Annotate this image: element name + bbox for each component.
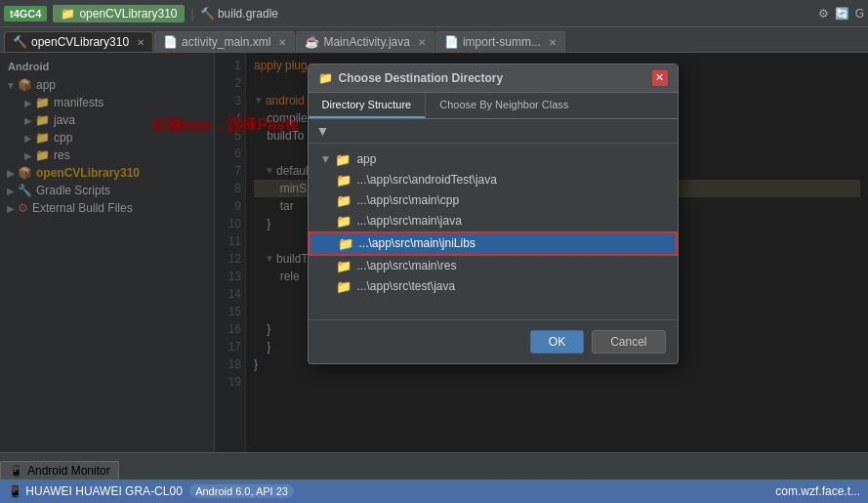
dtree-item-androidtest[interactable]: 📁 ...\app\src\androidTest\java xyxy=(309,170,678,190)
sync-icon[interactable]: 🔄 xyxy=(835,7,849,21)
bottom-bar: 📱 Android Monitor xyxy=(0,452,868,480)
dtree-folder-androidtest: 📁 xyxy=(336,173,351,188)
settings-icon[interactable]: ⚙ xyxy=(818,7,829,21)
dtree-label-main-res: ...\app\src\main\res xyxy=(357,259,457,272)
tab-java-close[interactable]: ✕ xyxy=(418,37,426,48)
device-status: 📱 HUAWEI HUAWEI GRA-CL00 Android 6.0, AP… xyxy=(8,484,294,498)
dialog-title-icon: 📁 xyxy=(318,71,333,85)
dialog-tab-neighbor[interactable]: Choose By Neighbor Class xyxy=(426,93,582,118)
brand-label: t4GC4 xyxy=(4,6,47,21)
dtree-item-test-java[interactable]: 📁 ...\app\src\test\java xyxy=(309,276,678,297)
ok-button[interactable]: OK xyxy=(530,330,584,354)
status-bar: 📱 HUAWEI HUAWEI GRA-CL00 Android 6.0, AP… xyxy=(0,480,868,503)
dtree-label-androidtest: ...\app\src\androidTest\java xyxy=(357,173,497,187)
dialog-title-bar: 📁 Choose Destination Directory ✕ xyxy=(309,64,678,93)
tab-import-icon: 📄 xyxy=(444,35,459,49)
tab-import-label: import-summ... xyxy=(463,35,541,49)
tab-opencv-icon: 🔨 xyxy=(13,35,27,49)
project-label: 📁 openCVLibrary310 xyxy=(53,5,185,22)
android-version: Android 6.0, API 23 xyxy=(189,484,294,498)
android-monitor-label: Android Monitor xyxy=(27,464,110,478)
tab-import[interactable]: 📄 import-summ... ✕ xyxy=(435,31,565,52)
dialog-tab-directory[interactable]: Directory Structure xyxy=(309,93,427,118)
cancel-button[interactable]: Cancel xyxy=(592,330,665,354)
project-icon: 📁 xyxy=(61,7,75,21)
dtree-arrow-app: ▼ xyxy=(320,152,332,166)
tab-activity-xml[interactable]: 📄 activity_main.xml ✕ xyxy=(154,31,295,52)
top-toolbar: t4GC4 📁 openCVLibrary310 | 🔨 build.gradl… xyxy=(0,0,868,27)
tab-java-label: MainActivity.java xyxy=(323,35,409,49)
dialog-tabs: Directory Structure Choose By Neighbor C… xyxy=(309,93,678,119)
android-monitor-tab[interactable]: 📱 Android Monitor xyxy=(0,461,119,480)
android-monitor-icon: 📱 xyxy=(9,464,23,478)
dtree-folder-jnilibs: 📁 xyxy=(338,236,353,251)
dialog-buttons: OK Cancel xyxy=(309,319,678,363)
device-name: HUAWEI HUAWEI GRA-CL00 xyxy=(25,484,182,498)
tab-xml-close[interactable]: ✕ xyxy=(278,37,286,48)
dialog-close-button[interactable]: ✕ xyxy=(652,70,668,86)
tab-bar: 🔨 openCVLibrary310 ✕ 📄 activity_main.xml… xyxy=(0,27,868,53)
dtree-label-main-java: ...\app\src\main\java xyxy=(357,214,462,228)
dtree-item-main-res[interactable]: 📁 ...\app\src\main\res xyxy=(309,256,678,276)
device-icon: 📱 xyxy=(8,484,22,498)
choose-destination-dialog: 📁 Choose Destination Directory ✕ Directo… xyxy=(308,63,679,364)
dtree-label-app: app xyxy=(356,152,376,166)
package-name: com.wzf.face.t... xyxy=(775,484,860,498)
tab-xml-icon: 📄 xyxy=(163,35,178,49)
dialog-toolbar: ▼ xyxy=(309,119,678,144)
build-label: 🔨 build.gradle xyxy=(200,7,278,21)
filter-icon: ▼ xyxy=(316,123,330,139)
separator1: | xyxy=(190,7,193,21)
tab-opencv[interactable]: 🔨 openCVLibrary310 ✕ xyxy=(4,31,153,52)
dtree-item-app[interactable]: ▼ 📁 app xyxy=(309,149,678,170)
tab-opencv-label: openCVLibrary310 xyxy=(31,35,129,49)
dtree-item-main-cpp[interactable]: 📁 ...\app\src\main\cpp xyxy=(309,190,678,211)
tab-opencv-close[interactable]: ✕ xyxy=(137,37,145,48)
dtree-label-test-java: ...\app\src\test\java xyxy=(357,279,456,293)
tab-java-icon: ☕ xyxy=(305,35,319,49)
dtree-item-main-java[interactable]: 📁 ...\app\src\main\java xyxy=(309,211,678,231)
dialog-title: 📁 Choose Destination Directory xyxy=(318,71,504,85)
tab-import-close[interactable]: ✕ xyxy=(549,37,557,48)
toolbar-icons: ⚙ 🔄 G xyxy=(818,7,864,21)
dtree-folder-main-java: 📁 xyxy=(336,214,351,229)
dtree-folder-main-res: 📁 xyxy=(336,259,351,273)
dtree-folder-main-cpp: 📁 xyxy=(336,193,351,208)
dtree-label-main-cpp: ...\app\src\main\cpp xyxy=(357,193,460,207)
dialog-tree: ▼ 📁 app 📁 ...\app\src\androidTest\java 📁… xyxy=(309,144,678,319)
tab-mainactivity[interactable]: ☕ MainActivity.java ✕ xyxy=(296,31,434,52)
dtree-label-jnilibs: ...\app\src\main\jniLibs xyxy=(359,236,475,250)
tab-xml-label: activity_main.xml xyxy=(182,35,270,49)
gradle-icon[interactable]: G xyxy=(855,7,864,21)
dtree-item-jnilibs[interactable]: 📁 ...\app\src\main\jniLibs xyxy=(309,231,678,256)
dtree-folder-icon-app: 📁 xyxy=(335,152,351,167)
dialog-overlay: 📁 Choose Destination Directory ✕ Directo… xyxy=(0,53,868,452)
dtree-folder-test-java: 📁 xyxy=(336,279,351,294)
